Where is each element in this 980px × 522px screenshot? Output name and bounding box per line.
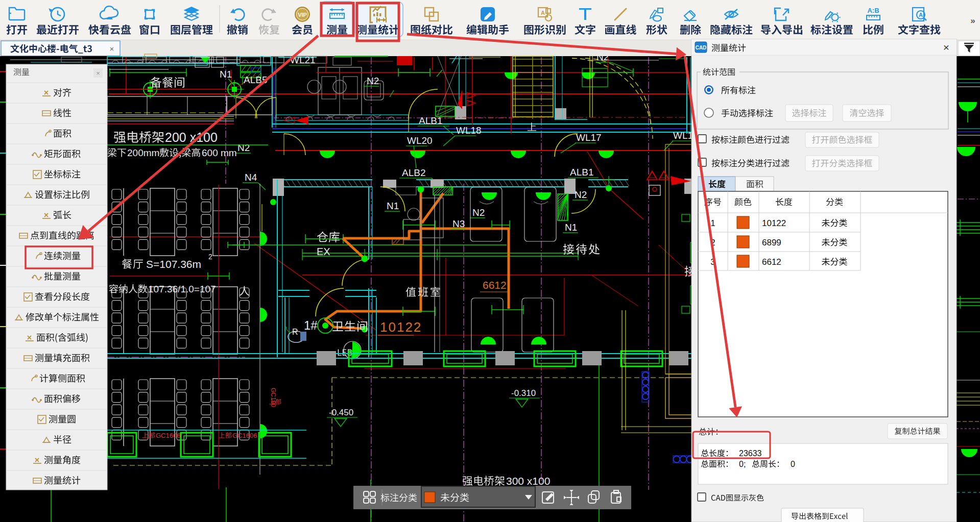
svg-text:10122: 10122	[762, 218, 786, 228]
svg-text:R: R	[292, 328, 298, 336]
svg-text:ALB2: ALB2	[402, 167, 425, 178]
svg-text:-0.450: -0.450	[329, 408, 353, 417]
svg-text:GC190: GC190	[270, 388, 277, 407]
svg-text:×: ×	[96, 69, 100, 77]
svg-text:ALB1: ALB1	[570, 167, 593, 178]
svg-text:300 x100: 300 x100	[506, 475, 550, 487]
svg-text:1: 1	[710, 218, 715, 228]
svg-text:CAD: CAD	[696, 45, 707, 51]
svg-text:A: A	[541, 10, 545, 16]
svg-text:N2: N2	[237, 142, 250, 153]
svg-text:-0.310: -0.310	[511, 388, 536, 398]
svg-text:N4: N4	[245, 172, 257, 183]
svg-text:N1: N1	[220, 69, 232, 80]
svg-text:6612: 6612	[762, 257, 781, 267]
svg-text:EX: EX	[317, 246, 330, 257]
svg-text:2: 2	[208, 253, 212, 261]
svg-text:N2: N2	[472, 207, 485, 218]
svg-text:VIP: VIP	[298, 12, 307, 18]
svg-text:GC1606: GC1606	[156, 432, 180, 439]
svg-text:N2: N2	[575, 189, 587, 200]
svg-text:ALB1: ALB1	[419, 115, 442, 126]
svg-text:0: 0	[791, 460, 795, 468]
svg-text:N1: N1	[565, 222, 577, 233]
svg-text:»: »	[970, 16, 975, 26]
svg-text:1#: 1#	[304, 318, 318, 332]
svg-text:107.36/1.0=107: 107.36/1.0=107	[148, 284, 216, 294]
svg-text:0;: 0;	[739, 460, 746, 468]
svg-text:A:B: A:B	[867, 7, 879, 14]
svg-text:200mm: 200mm	[127, 147, 159, 158]
svg-text:23633: 23633	[739, 449, 762, 458]
svg-text:GC1606: GC1606	[232, 432, 257, 439]
svg-text:10122: 10122	[380, 319, 422, 335]
svg-text:N2: N2	[367, 76, 379, 86]
svg-text:WL17: WL17	[576, 132, 602, 143]
svg-text:×: ×	[110, 44, 114, 53]
svg-text:S=107.36m: S=107.36m	[146, 258, 201, 270]
svg-text:N2: N2	[596, 52, 609, 62]
svg-text:N1: N1	[387, 201, 399, 211]
svg-text:×: ×	[943, 41, 949, 53]
svg-text:6612: 6612	[483, 279, 507, 291]
svg-text:WL20: WL20	[407, 135, 433, 146]
svg-text:600 mm: 600 mm	[202, 147, 237, 158]
svg-text:WL18: WL18	[456, 125, 482, 136]
svg-text:A: A	[919, 12, 923, 18]
svg-text:N3: N3	[452, 218, 465, 229]
svg-text:6899: 6899	[762, 238, 781, 247]
